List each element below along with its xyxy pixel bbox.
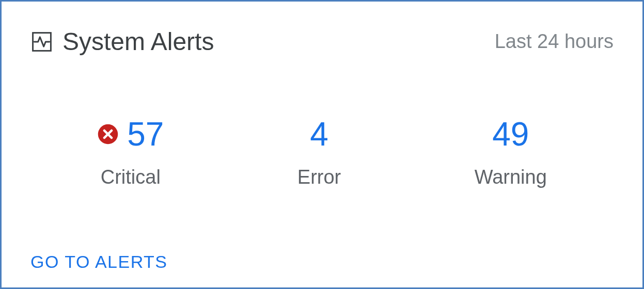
stats-row: 57 Critical 4 Error 49 Warning [30,118,614,188]
stat-error-label: Error [297,166,341,188]
stat-critical[interactable]: 57 Critical [97,118,164,188]
system-alerts-card: System Alerts Last 24 hours 57 Critical … [0,0,644,289]
stat-critical-value-wrap: 57 [97,118,164,151]
title-wrap: System Alerts [30,27,214,56]
activity-icon [30,30,53,53]
stat-critical-value: 57 [127,118,164,151]
stat-warning-label: Warning [475,166,547,188]
card-header: System Alerts Last 24 hours [30,27,614,56]
go-to-alerts-link[interactable]: GO TO ALERTS [30,252,168,271]
stat-error-value-wrap: 4 [310,118,328,151]
time-range: Last 24 hours [495,30,614,53]
stat-warning-value-wrap: 49 [492,118,529,151]
stat-warning-value: 49 [492,118,529,151]
card-title: System Alerts [62,27,214,56]
critical-x-icon [97,123,119,145]
stat-warning[interactable]: 49 Warning [475,118,547,188]
card-footer: GO TO ALERTS [30,252,614,272]
stat-error-value: 4 [310,118,328,151]
stat-error[interactable]: 4 Error [297,118,341,188]
stat-critical-label: Critical [101,166,161,188]
